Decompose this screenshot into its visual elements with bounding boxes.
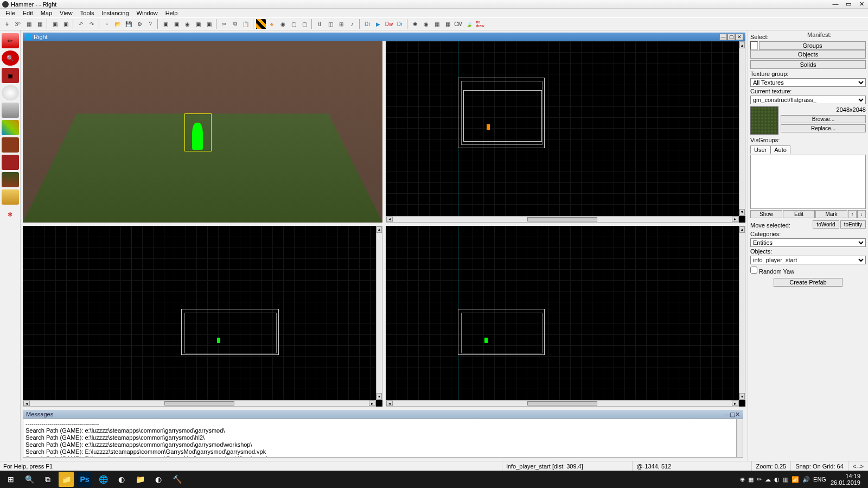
random-yaw-checkbox[interactable] bbox=[750, 267, 757, 274]
paste-icon[interactable]: 📋 bbox=[241, 19, 251, 29]
dt-icon[interactable]: Dt bbox=[362, 19, 372, 29]
maximize-button[interactable]: ▭ bbox=[844, 1, 853, 8]
entity-tool-icon[interactable] bbox=[2, 85, 19, 100]
new-file-icon[interactable]: ▫ bbox=[102, 19, 112, 29]
replace-button[interactable]: Replace... bbox=[781, 124, 866, 132]
close-button[interactable]: ✕ bbox=[857, 1, 866, 8]
tray-icon[interactable]: ◐ bbox=[774, 476, 780, 483]
menu-view[interactable]: View bbox=[56, 9, 76, 17]
misc-icon-3[interactable]: ▦ bbox=[432, 19, 442, 29]
tool-icon-5[interactable]: ▢ bbox=[299, 19, 309, 29]
up-button[interactable]: ↑ bbox=[848, 210, 857, 218]
categories-select[interactable]: Entities bbox=[750, 238, 866, 247]
solids-button[interactable]: Solids bbox=[750, 60, 866, 69]
taskview-icon[interactable]: ⧉ bbox=[40, 472, 55, 487]
caution-icon[interactable] bbox=[256, 19, 266, 29]
misc-icon-2[interactable]: ◉ bbox=[421, 19, 431, 29]
lang-indicator[interactable]: ENG bbox=[813, 476, 826, 483]
messages-body[interactable]: ------------------------------------- Se… bbox=[23, 419, 743, 458]
search-icon[interactable]: 🔍 bbox=[22, 472, 37, 487]
msg-max-icon[interactable]: ▢ bbox=[730, 411, 735, 418]
taskbar-clock[interactable]: 14:19 26.01.2019 bbox=[826, 473, 865, 486]
toggle-auto-icon[interactable]: ▣ bbox=[161, 19, 170, 29]
mark-button[interactable]: Mark bbox=[815, 210, 847, 218]
curtex-select[interactable]: gm_construct/flatgrass_ bbox=[750, 96, 866, 104]
minimize-button[interactable]: — bbox=[831, 1, 840, 8]
viewport-side[interactable]: ▴▾ ◂▸ bbox=[386, 226, 745, 407]
tool-icon-4[interactable]: ▢ bbox=[289, 19, 298, 29]
redo-icon[interactable]: ↷ bbox=[87, 19, 97, 29]
grid-larger-icon[interactable]: ▦ bbox=[35, 19, 44, 29]
dw-icon[interactable]: Dw bbox=[384, 19, 394, 29]
menu-help[interactable]: Help bbox=[162, 9, 181, 17]
edit-button[interactable]: Edit bbox=[783, 210, 815, 218]
chrome-icon[interactable]: 🌐 bbox=[95, 472, 111, 487]
misc-icon-1[interactable]: ✱ bbox=[410, 19, 420, 29]
msg-close-icon[interactable]: ✕ bbox=[735, 411, 740, 418]
magnify-tool-icon[interactable]: 🔍 bbox=[2, 50, 19, 66]
tool-icon-8[interactable]: ♪ bbox=[347, 19, 357, 29]
vp-min-icon[interactable]: — bbox=[719, 34, 727, 40]
photoshop-icon[interactable]: Ps bbox=[77, 472, 92, 487]
save-file-icon[interactable]: 💾 bbox=[124, 19, 133, 29]
tray-icon[interactable]: ☁ bbox=[765, 476, 771, 483]
msg-min-icon[interactable]: — bbox=[724, 411, 730, 417]
grid-smaller-icon[interactable]: ▦ bbox=[24, 19, 34, 29]
viewport-3d[interactable] bbox=[23, 41, 382, 223]
tray-icon[interactable]: ⊕ bbox=[740, 476, 745, 483]
tab-auto[interactable]: Auto bbox=[770, 145, 790, 154]
start-icon[interactable]: ⊞ bbox=[3, 472, 18, 487]
toggle-radius-icon[interactable]: ◉ bbox=[182, 19, 192, 29]
dr-icon[interactable]: Dr bbox=[395, 19, 405, 29]
show-button[interactable]: Show bbox=[750, 210, 782, 218]
undo-icon[interactable]: ↶ bbox=[76, 19, 86, 29]
tray-icon[interactable]: ▦ bbox=[748, 476, 754, 483]
clip-tool-icon[interactable] bbox=[2, 189, 19, 205]
menu-map[interactable]: Map bbox=[37, 9, 55, 17]
copy-icon[interactable]: ⧉ bbox=[230, 19, 240, 29]
objects-select[interactable]: info_player_start bbox=[750, 256, 866, 264]
vertex-tool-icon[interactable]: ✱ bbox=[2, 207, 19, 222]
toggle-cordon-icon[interactable]: ▣ bbox=[171, 19, 181, 29]
steam-icon[interactable]: ◐ bbox=[114, 472, 129, 487]
viewport-top[interactable]: ▴▾ ◂▸ bbox=[386, 41, 745, 223]
texture-tool-icon[interactable] bbox=[2, 120, 19, 135]
carve-icon[interactable]: ▣ bbox=[50, 19, 60, 29]
misc-icon-4[interactable]: ▦ bbox=[443, 19, 452, 29]
toworld-button[interactable]: toWorld bbox=[813, 220, 839, 229]
tray-icon[interactable]: 📶 bbox=[792, 476, 799, 483]
viewport-front[interactable]: ▴▾ ◂▸ bbox=[23, 226, 382, 407]
visgroups-list[interactable] bbox=[750, 155, 866, 209]
tray-icon[interactable]: ▥ bbox=[783, 476, 788, 483]
folder-icon[interactable]: 📁 bbox=[132, 472, 148, 487]
menu-tools[interactable]: Tools bbox=[77, 9, 98, 17]
open-file-icon[interactable]: 📂 bbox=[113, 19, 123, 29]
apply-texture-tool-icon[interactable] bbox=[2, 137, 19, 153]
tool-icon[interactable]: ▣ bbox=[193, 19, 203, 29]
selection-tool-icon[interactable]: ✏ bbox=[2, 33, 19, 48]
texture-preview[interactable] bbox=[750, 106, 778, 135]
tool-icon-3[interactable]: ◉ bbox=[278, 19, 288, 29]
tool-icon-2[interactable]: ▣ bbox=[204, 19, 214, 29]
hammer-icon[interactable]: 🔨 bbox=[169, 472, 184, 487]
steam2-icon[interactable]: ◐ bbox=[151, 472, 166, 487]
grid-toggle-icon[interactable]: # bbox=[2, 19, 12, 29]
browse-button[interactable]: Browse... bbox=[781, 115, 866, 123]
vp-max-icon[interactable]: ▢ bbox=[727, 34, 735, 40]
help-icon[interactable]: ? bbox=[145, 19, 155, 29]
tool-icon-7[interactable]: ⊞ bbox=[336, 19, 346, 29]
menu-instancing[interactable]: Instancing bbox=[98, 9, 132, 17]
cm-icon[interactable]: CM bbox=[454, 19, 463, 29]
volume-icon[interactable]: 🔊 bbox=[802, 476, 810, 483]
messages-title[interactable]: Messages — ▢ ✕ bbox=[23, 410, 743, 419]
nodraw-icon[interactable]: nodraw bbox=[475, 19, 485, 29]
menu-file[interactable]: File bbox=[2, 9, 18, 17]
overlay-tool-icon[interactable] bbox=[2, 172, 19, 187]
menu-window[interactable]: Window bbox=[133, 9, 161, 17]
leaf-icon[interactable]: 🍃 bbox=[464, 19, 474, 29]
viewport-header[interactable]: 🌐 Right — ▢ ✕ bbox=[23, 33, 745, 41]
decal-tool-icon[interactable] bbox=[2, 155, 19, 170]
explorer-icon[interactable]: 📁 bbox=[59, 472, 74, 487]
tl-icon[interactable]: tl bbox=[315, 19, 324, 29]
cut-icon[interactable]: ✂ bbox=[219, 19, 229, 29]
